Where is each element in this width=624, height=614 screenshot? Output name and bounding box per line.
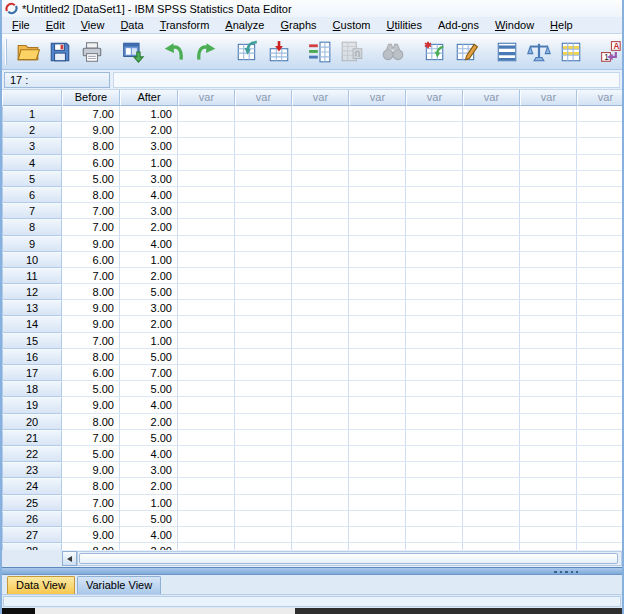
var-column-header[interactable]: var: [292, 90, 349, 106]
after-cell[interactable]: 4.00: [120, 527, 178, 543]
after-cell[interactable]: 3.00: [120, 462, 178, 478]
menu-add-ons[interactable]: Add-ons: [430, 18, 487, 33]
menu-custom[interactable]: Custom: [325, 18, 379, 33]
value-labels-button[interactable]: 1A: [597, 37, 624, 66]
before-cell[interactable]: 8.00: [62, 414, 120, 430]
empty-var-cells[interactable]: [178, 495, 622, 511]
row-number-cell[interactable]: 6: [2, 187, 62, 203]
menu-analyze[interactable]: Analyze: [217, 18, 272, 33]
before-cell[interactable]: 5.00: [62, 381, 120, 397]
after-cell[interactable]: 4.00: [120, 397, 178, 413]
empty-var-cells[interactable]: [178, 365, 622, 381]
before-cell[interactable]: 7.00: [62, 333, 120, 349]
menu-help[interactable]: Help: [542, 18, 581, 33]
menu-file[interactable]: File: [4, 18, 38, 33]
row-number-cell[interactable]: 10: [2, 252, 62, 268]
row-number-cell[interactable]: 4: [2, 155, 62, 171]
grid-corner-cell[interactable]: [2, 90, 62, 106]
empty-var-cells[interactable]: [178, 381, 622, 397]
insert-variable-button[interactable]: [451, 37, 480, 66]
row-number-cell[interactable]: 26: [2, 511, 62, 527]
scroll-left-button[interactable]: [62, 551, 77, 566]
menu-edit[interactable]: Edit: [38, 18, 73, 33]
before-cell[interactable]: 7.00: [62, 203, 120, 219]
after-cell[interactable]: 2.00: [120, 316, 178, 332]
after-cell[interactable]: 4.00: [120, 446, 178, 462]
menu-data[interactable]: Data: [112, 18, 151, 33]
before-cell[interactable]: 8.00: [62, 187, 120, 203]
after-cell[interactable]: 7.00: [120, 365, 178, 381]
row-number-cell[interactable]: 18: [2, 381, 62, 397]
select-cases-button[interactable]: [556, 37, 585, 66]
after-cell[interactable]: 1.00: [120, 252, 178, 268]
empty-var-cells[interactable]: [178, 122, 622, 138]
undo-button[interactable]: [159, 37, 188, 66]
scrollbar-thumb[interactable]: [79, 553, 618, 564]
before-cell[interactable]: 9.00: [62, 462, 120, 478]
row-number-cell[interactable]: 2: [2, 122, 62, 138]
row-number-cell[interactable]: 15: [2, 333, 62, 349]
menu-window[interactable]: Window: [487, 18, 542, 33]
after-cell[interactable]: 3.00: [120, 171, 178, 187]
scrollbar-track[interactable]: [77, 551, 622, 566]
after-cell[interactable]: 1.00: [120, 333, 178, 349]
after-cell[interactable]: 2.00: [120, 543, 178, 550]
before-cell[interactable]: 7.00: [62, 495, 120, 511]
before-cell[interactable]: 6.00: [62, 511, 120, 527]
before-cell[interactable]: 6.00: [62, 252, 120, 268]
empty-var-cells[interactable]: [178, 462, 622, 478]
before-cell[interactable]: 7.00: [62, 430, 120, 446]
before-cell[interactable]: 8.00: [62, 349, 120, 365]
goto-variable-button[interactable]: [264, 37, 293, 66]
menu-transform[interactable]: Transform: [152, 18, 218, 33]
empty-var-cells[interactable]: [178, 236, 622, 252]
row-number-cell[interactable]: 5: [2, 171, 62, 187]
tab-variable-view[interactable]: Variable View: [77, 576, 161, 594]
row-number-cell[interactable]: 9: [2, 236, 62, 252]
row-number-cell[interactable]: 3: [2, 138, 62, 154]
split-file-button[interactable]: [492, 37, 521, 66]
variables-button[interactable]: [305, 37, 334, 66]
before-cell[interactable]: 9.00: [62, 527, 120, 543]
menu-graphs[interactable]: Graphs: [272, 18, 324, 33]
after-cell[interactable]: 5.00: [120, 511, 178, 527]
after-cell[interactable]: 1.00: [120, 106, 178, 122]
empty-var-cells[interactable]: [178, 511, 622, 527]
empty-var-cells[interactable]: [178, 187, 622, 203]
empty-var-cells[interactable]: [178, 446, 622, 462]
row-number-cell[interactable]: 25: [2, 495, 62, 511]
empty-var-cells[interactable]: [178, 414, 622, 430]
weight-cases-button[interactable]: [524, 37, 553, 66]
after-cell[interactable]: 3.00: [120, 203, 178, 219]
before-cell[interactable]: 8.00: [62, 284, 120, 300]
empty-var-cells[interactable]: [178, 397, 622, 413]
var-column-header[interactable]: var: [178, 90, 235, 106]
empty-var-cells[interactable]: [178, 203, 622, 219]
row-number-cell[interactable]: 19: [2, 397, 62, 413]
empty-var-cells[interactable]: [178, 171, 622, 187]
after-cell[interactable]: 1.00: [120, 155, 178, 171]
after-cell[interactable]: 2.00: [120, 268, 178, 284]
var-column-header[interactable]: var: [520, 90, 577, 106]
before-cell[interactable]: 5.00: [62, 171, 120, 187]
goto-case-button[interactable]: [232, 37, 261, 66]
column-header-after[interactable]: After: [120, 90, 178, 106]
before-cell[interactable]: 5.00: [62, 446, 120, 462]
var-column-header[interactable]: var: [349, 90, 406, 106]
row-number-cell[interactable]: 23: [2, 462, 62, 478]
after-cell[interactable]: 2.00: [120, 219, 178, 235]
empty-var-cells[interactable]: [178, 543, 622, 550]
after-cell[interactable]: 5.00: [120, 381, 178, 397]
before-cell[interactable]: 8.00: [62, 478, 120, 494]
empty-var-cells[interactable]: [178, 106, 622, 122]
after-cell[interactable]: 5.00: [120, 430, 178, 446]
empty-var-cells[interactable]: [178, 349, 622, 365]
empty-var-cells[interactable]: [178, 333, 622, 349]
after-cell[interactable]: 2.00: [120, 478, 178, 494]
column-header-before[interactable]: Before: [62, 90, 120, 106]
before-cell[interactable]: 6.00: [62, 365, 120, 381]
print-button[interactable]: [77, 37, 106, 66]
before-cell[interactable]: 9.00: [62, 397, 120, 413]
empty-var-cells[interactable]: [178, 527, 622, 543]
row-number-cell[interactable]: 27: [2, 527, 62, 543]
